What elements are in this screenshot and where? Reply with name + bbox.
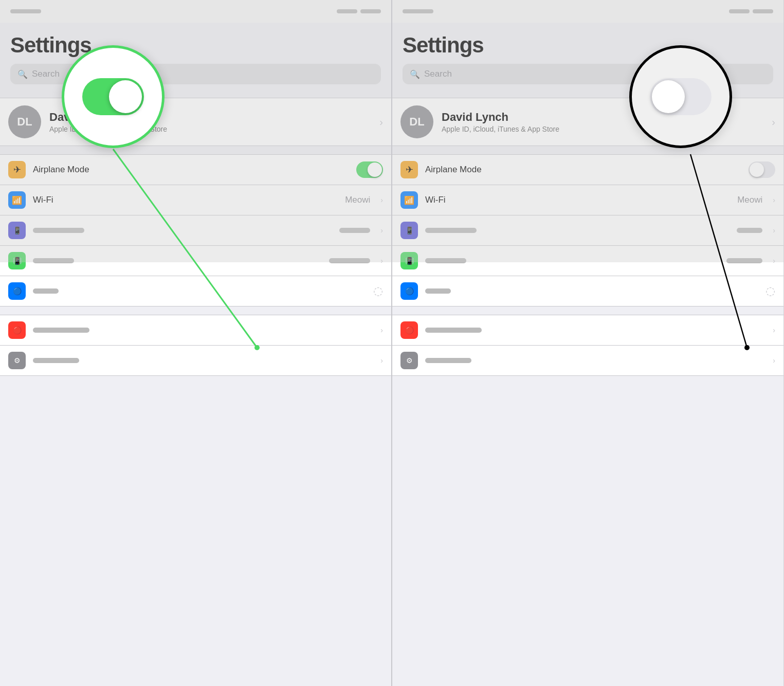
left-row4-label [33,256,322,266]
left-row4-value [329,256,370,265]
right-status-bar [392,0,783,23]
left-phone-panel: Settings 🔍 Search DL David Lynch Apple I… [0,0,392,686]
left-row-5[interactable]: 🔵 ◌ [0,276,391,306]
left-row3-label [33,225,332,236]
right-airplane-toggle[interactable] [749,161,775,178]
right-row6-icon: 🔴 [400,321,418,339]
left-wifi-label: Wi-Fi [33,195,338,205]
left-magnifier-toggle [82,78,144,115]
left-airplane-label: Airplane Mode [33,165,349,175]
right-row3-label [425,225,730,236]
left-airplane-icon: ✈ [8,161,26,178]
right-row5-spinner: ◌ [765,284,775,298]
left-status-time [10,9,41,13]
left-row7-label [33,355,370,366]
right-status-icons [729,9,773,13]
right-phone-panel: Settings 🔍 Search DL David Lynch Apple I… [392,0,783,686]
left-wifi-value: Meowi [345,195,370,205]
left-status-time-blur [10,9,41,13]
left-row3-icon: 📱 [8,222,26,239]
right-row4-label [425,256,719,266]
right-magnifier-toggle [650,78,712,115]
right-wifi-row[interactable]: 📶 Wi-Fi Meowi › [392,185,783,215]
left-row5-label [33,286,366,296]
left-user-chevron: › [379,116,383,128]
left-settings-title: Settings [10,33,381,58]
right-row-4[interactable]: 📳 › [392,245,783,276]
left-avatar: DL [8,105,41,138]
left-row-4[interactable]: 📳 › [0,245,391,276]
right-row-6[interactable]: 🔴 › [392,315,783,345]
left-wifi-icon: 📶 [8,191,26,209]
right-avatar: DL [400,105,433,138]
left-row-7[interactable]: ⚙ › [0,345,391,376]
right-magnifier-circle [629,45,732,148]
left-settings-group-2: 🔴 › ⚙ › [0,315,391,376]
left-wifi-chevron: › [380,196,383,204]
right-user-chevron: › [772,116,775,128]
right-wifi-label: Wi-Fi [425,195,730,205]
right-row4-icon: 📳 [400,252,418,269]
left-row5-spinner: ◌ [373,284,383,298]
right-airplane-icon: ✈ [400,161,418,178]
left-user-row[interactable]: DL David Lynch Apple ID, iCloud, iTunes … [0,98,391,146]
left-row6-icon: 🔴 [8,321,26,339]
right-row-5[interactable]: 🔵 ◌ [392,276,783,306]
left-airplane-row[interactable]: ✈ Airplane Mode [0,154,391,185]
right-row7-icon: ⚙ [400,352,418,369]
right-row5-icon: 🔵 [400,282,418,300]
right-wifi-value: Meowi [737,195,762,205]
left-settings-header: Settings 🔍 Search [0,23,391,89]
left-row4-icon: 📳 [8,252,26,269]
left-status-bar [0,0,391,23]
right-row4-value [726,256,762,265]
right-row5-label [425,286,758,296]
right-airplane-toggle-thumb [750,163,764,177]
left-airplane-toggle[interactable] [356,161,383,178]
right-airplane-row[interactable]: ✈ Airplane Mode [392,154,783,185]
right-row6-label [425,325,762,335]
left-search-icon: 🔍 [17,69,28,79]
right-status-time [403,9,433,13]
left-row6-label [33,325,370,335]
right-row7-label [425,355,762,366]
right-wifi-icon: 📶 [400,191,418,209]
left-row7-icon: ⚙ [8,352,26,369]
right-airplane-label: Airplane Mode [425,165,741,175]
right-search-icon: 🔍 [410,69,420,79]
left-row5-icon: 🔵 [8,282,26,300]
left-magnifier-thumb [109,80,142,113]
right-row3-icon: 📱 [400,222,418,239]
right-row-7[interactable]: ⚙ › [392,345,783,376]
right-magnifier-thumb [652,80,685,113]
left-magnifier-circle [62,45,165,148]
right-settings-title: Settings [403,33,773,58]
left-row-6[interactable]: 🔴 › [0,315,391,345]
right-settings-group-2: 🔴 › ⚙ › [392,315,783,376]
left-settings-list: ✈ Airplane Mode 📶 Wi-Fi Meowi › 📱 [0,154,391,306]
left-status-icons [337,9,381,13]
right-settings-list: ✈ Airplane Mode 📶 Wi-Fi Meowi › 📱 [392,154,783,306]
right-row3-value [737,226,762,235]
right-wifi-chevron: › [773,196,775,204]
left-airplane-toggle-thumb [368,163,382,177]
left-row-3[interactable]: 📱 › [0,215,391,245]
right-row-3[interactable]: 📱 › [392,215,783,245]
left-wifi-row[interactable]: 📶 Wi-Fi Meowi › [0,185,391,215]
left-row3-value [339,226,370,235]
left-search-text: Search [32,69,60,79]
right-search-text: Search [424,69,452,79]
